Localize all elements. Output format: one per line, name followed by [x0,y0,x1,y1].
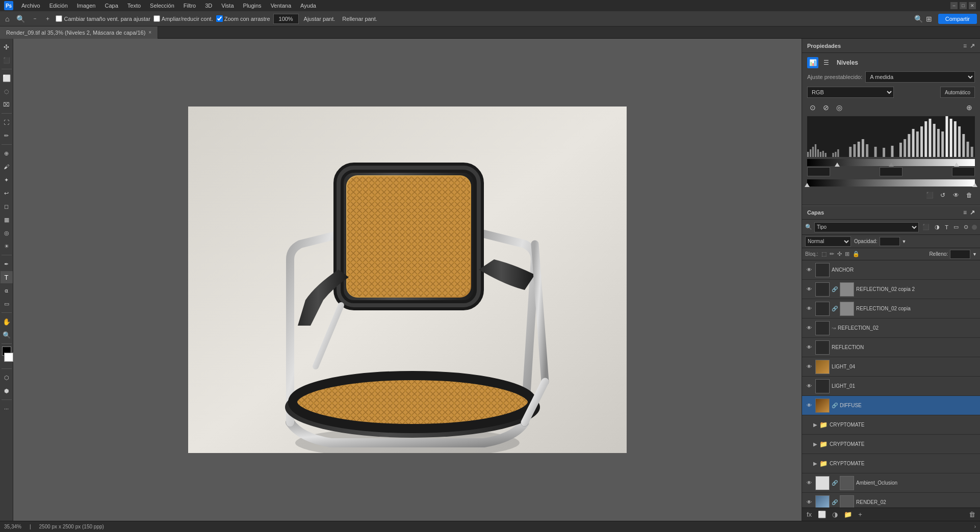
dodge-tool[interactable]: ☀ [1,240,13,252]
clip-to-layer-button[interactable]: ⬛ [924,190,935,201]
zoom-out-button[interactable]: － [30,15,40,22]
lock-artboard-icon[interactable]: ⊞ [845,251,849,257]
fit-button[interactable]: Ajustar pant. [302,13,338,24]
menu-filtro[interactable]: Filtro [179,2,200,10]
layer-filter-text-button[interactable]: T [943,224,950,230]
delete-layer-button[interactable]: 🗑 [967,511,977,518]
expand-input[interactable] [153,15,160,22]
layer-item[interactable]: 👁 REFLECTION [802,338,980,357]
visibility-button[interactable]: 👁 [950,190,962,201]
eyedropper-tool[interactable]: ✏ [1,129,13,142]
mid-input-value[interactable]: 1,00 [880,167,902,176]
delete-adjustment-button[interactable]: 🗑 [964,190,975,201]
layer-visibility-toggle[interactable]: 👁 [805,266,813,274]
layer-item[interactable]: 👁 LIGHT_01 [802,377,980,396]
layer-item[interactable]: 👁 🔗 RENDER_02 [802,493,980,508]
menu-capa[interactable]: Capa [100,2,122,10]
zoom-tool[interactable]: 🔍 [1,329,13,341]
layer-item[interactable]: ▶ 📁 CRYPTOMATE [802,454,980,473]
mid-point-slider[interactable] [889,163,894,167]
marquee-tool[interactable]: ⬜ [1,72,13,84]
gradient-tool[interactable]: ▦ [1,214,13,226]
drag-zoom-checkbox[interactable]: Zoom con arrastre [216,15,270,22]
layer-item[interactable]: 👁 🔗 REFLECTION_02 copia [802,299,980,318]
layer-visibility-toggle[interactable]: 👁 [805,363,813,371]
black-point-slider[interactable] [835,163,840,167]
reset-button[interactable]: ↺ [937,190,948,201]
zoom-tool-button[interactable]: 🔍 [14,15,27,23]
fill-button[interactable]: Rellenar pant. [340,13,379,24]
layer-item[interactable]: 👁 🔗 REFLECTION_02 copia 2 [802,280,980,299]
shape-tool[interactable]: ▭ [1,298,13,310]
home-icon-button[interactable]: ⌂ [3,15,11,23]
opacity-input[interactable]: 100% [880,237,900,246]
menu-seleccion[interactable]: Selección [146,2,178,10]
layer-item[interactable]: 👁 ANCHOR [802,260,980,280]
levels-target-white-icon[interactable]: ◎ [834,102,845,113]
menu-plugins[interactable]: Plugins [239,2,266,10]
layer-filter-select[interactable]: Tipo [814,222,919,232]
white-point-slider[interactable] [954,163,959,167]
levels-target-black-icon[interactable]: ⊙ [807,102,818,113]
healing-tool[interactable]: ⊕ [1,147,13,159]
close-button[interactable]: ✕ [969,2,976,9]
layer-visibility-toggle[interactable]: 👁 [805,285,813,294]
search-icon[interactable]: 🔍 [914,15,923,23]
layer-item[interactable]: 👁 🔗 Ambient_Oclusion [802,473,980,493]
layer-folder-arrow[interactable]: ▶ [813,441,817,447]
channel-select[interactable]: RGB Rojo Verde Azul [807,87,894,98]
fill-arrow-icon[interactable]: ▼ [972,252,977,257]
maximize-button[interactable]: □ [960,2,967,9]
canvas-area[interactable] [13,39,802,521]
black-input-value[interactable]: 46 [807,167,830,176]
auto-levels-button[interactable]: Automático [940,87,975,98]
panel-options-icon[interactable]: ≡ [963,42,967,49]
levels-target-gray-icon[interactable]: ⊘ [820,102,832,113]
histogram-view-button[interactable]: 📊 [807,57,818,68]
levels-auto-icon[interactable]: ⊕ [964,102,975,113]
history-brush-tool[interactable]: ↩ [1,187,13,199]
lock-all-icon[interactable]: 🔒 [853,251,860,257]
layer-item[interactable]: ▶ 📁 CRYPTOMATE [802,415,980,435]
menu-ayuda[interactable]: Ayuda [296,2,320,10]
output-levels-bar[interactable] [807,179,975,187]
layer-visibility-toggle[interactable]: 👁 [805,382,813,390]
layers-panel-options-icon[interactable]: ≡ [963,209,967,216]
menu-archivo[interactable]: Archivo [17,2,44,10]
layer-visibility-toggle[interactable]: 👁 [805,479,813,487]
layer-filter-pixel-button[interactable]: ⬛ [921,224,931,230]
select-subject-tool[interactable]: ⌧ [1,98,13,111]
menu-texto[interactable]: Texto [123,2,145,10]
new-layer-button[interactable]: + [857,511,864,518]
lock-position-icon[interactable]: ✣ [837,251,842,257]
zoom-level-input[interactable] [273,14,299,24]
artboard-tool[interactable]: ⬛ [1,54,13,66]
menu-3d[interactable]: 3D [201,2,216,10]
expand-checkbox[interactable]: Ampliar/reducir cont. [153,15,213,22]
panel-expand-icon[interactable]: ↗ [970,42,975,49]
drag-zoom-input[interactable] [216,15,223,22]
stamp-tool[interactable]: ✦ [1,174,13,186]
lasso-tool[interactable]: ◌ [1,85,13,97]
layer-visibility-toggle[interactable]: 👁 [805,305,813,313]
background-color[interactable] [4,353,13,362]
menu-imagen[interactable]: Imagen [73,2,100,10]
menu-ventana[interactable]: Ventana [267,2,295,10]
minimize-button[interactable]: – [950,2,958,9]
crop-tool[interactable]: ⛶ [1,116,13,128]
auto-resize-input[interactable] [56,15,62,22]
move-tool[interactable]: ✣ [1,41,13,53]
tab-close-icon[interactable]: × [148,30,151,35]
layer-item[interactable]: 👁 ↝ REFLECTION_02 [802,318,980,338]
input-levels-bar[interactable] [807,159,975,166]
arrange-icon[interactable]: ⊞ [926,15,932,23]
path-select-tool[interactable]: ⍺ [1,284,13,297]
layer-filter-smart-button[interactable]: ⊙ [962,224,970,230]
layer-visibility-toggle[interactable]: 👁 [805,343,813,352]
brush-tool[interactable]: 🖌 [1,161,13,173]
status-arrow-right[interactable]: › [974,524,976,529]
layer-visibility-toggle[interactable]: 👁 [805,498,813,507]
layer-filter-shape-button[interactable]: ▭ [952,224,960,230]
white-input-value[interactable]: 226 [952,167,975,176]
layer-visibility-toggle[interactable]: 👁 [805,324,813,332]
